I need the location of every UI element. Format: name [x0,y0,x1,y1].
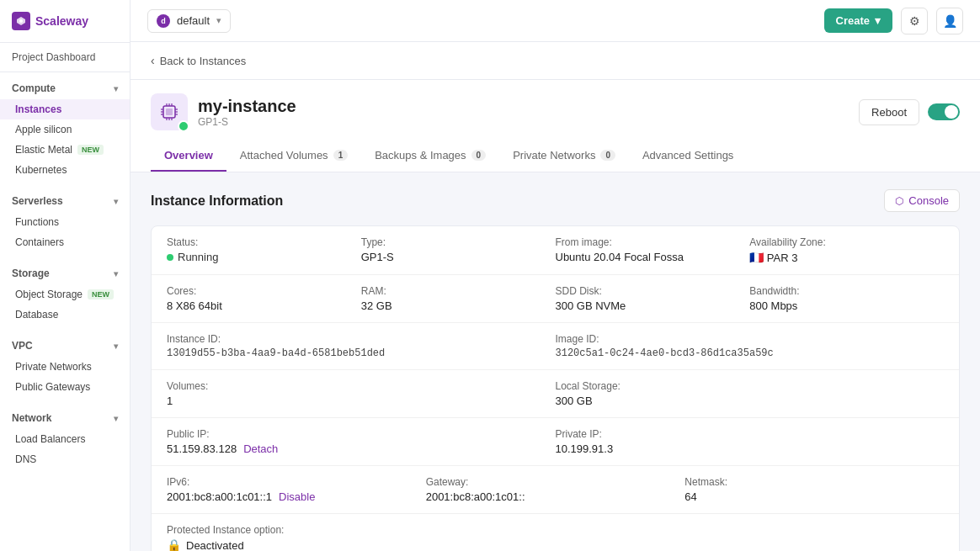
info-row-3: Volumes:1Local Storage:300 GB [152,370,959,418]
tab-attached-volumes[interactable]: Attached Volumes1 [226,140,361,172]
sidebar-section-serverless: Serverless▾FunctionsContainers [0,185,130,257]
text-value-0-1: GP1-S [361,251,556,263]
status-text: Running [178,251,218,263]
sidebar-item-apple-silicon[interactable]: Apple silicon [0,119,130,140]
status-value-0-0: Running [167,251,361,263]
section-label-serverless: Serverless [12,195,63,207]
sidebar-label-containers: Containers [15,236,64,248]
info-label-0-1: Type: [361,236,556,248]
sidebar-section-header-serverless[interactable]: Serverless▾ [0,190,130,212]
info-title: Instance Information [151,193,283,209]
info-cell-2-1: Image ID:3120c5a1-0c24-4ae0-bcd3-86d1ca3… [556,333,945,359]
info-label-0-2: From image: [556,236,750,248]
sidebar-item-elastic-metal[interactable]: Elastic MetalNEW [0,140,130,160]
sidebar: Scaleway Project Dashboard Compute▾Insta… [0,0,130,551]
sidebar-section-compute: Compute▾InstancesApple siliconElastic Me… [0,72,130,185]
sidebar-label-instances: Instances [15,103,61,115]
sidebar-label-database: Database [15,309,58,321]
text-value-1-2: 300 GB NVMe [556,299,750,312]
instance-chip-icon [158,101,180,123]
instance-title-row: my-instance GP1-S Reboot [151,93,960,130]
tab-backups-images[interactable]: Backups & Images0 [361,140,499,172]
sidebar-section-header-storage[interactable]: Storage▾ [0,262,130,284]
sidebar-item-instances[interactable]: Instances [0,99,130,119]
sidebar-section-header-vpc[interactable]: VPC▾ [0,335,130,357]
instance-header: my-instance GP1-S Reboot OverviewAttache… [130,80,980,172]
sidebar-item-containers[interactable]: Containers [0,232,130,252]
info-label-0-3: Availability Zone: [749,236,944,248]
back-nav-label: Back to Instances [160,55,247,67]
tab-advanced-settings[interactable]: Advanced Settings [629,140,747,172]
info-label-5-2: Netmask: [684,476,944,488]
create-button[interactable]: Create ▾ [824,8,892,33]
instance-power-toggle[interactable] [928,103,960,120]
sidebar-label-load-balancers: Load Balancers [15,433,85,445]
create-chevron-icon: ▾ [875,14,881,27]
sidebar-item-private-networks[interactable]: Private Networks [0,357,130,377]
text-value-5-2: 64 [684,490,944,503]
instance-actions: Reboot [859,99,960,125]
sidebar-item-load-balancers[interactable]: Load Balancers [0,429,130,449]
instance-name: my-instance [198,97,296,116]
info-cell-3-0: Volumes:1 [167,380,556,407]
tab-overview[interactable]: Overview [151,140,226,172]
shield-icon: 🔒 [167,538,181,551]
section-label-storage: Storage [12,268,50,279]
chevron-serverless-icon: ▾ [114,197,118,206]
info-label-6-0: Protected Instance option: [167,524,944,536]
info-cell-6-0: Protected Instance option:🔒Deactivated [167,524,944,551]
topbar: d default ▾ Create ▾ ⚙ 👤 [130,0,980,42]
section-label-network: Network [12,412,51,424]
sidebar-section-header-network[interactable]: Network▾ [0,407,130,429]
info-row-0: Status:RunningType:GP1-SFrom image:Ubunt… [152,226,959,275]
sidebar-item-database[interactable]: Database [0,305,130,325]
project-dashboard-link[interactable]: Project Dashboard [0,43,130,72]
flag-icon: 🇫🇷 [749,251,764,264]
sidebar-item-public-gateways[interactable]: Public Gateways [0,377,130,397]
info-label-1-0: Cores: [167,285,361,297]
settings-icon-button[interactable]: ⚙ [901,8,928,34]
sidebar-label-dns: DNS [15,453,36,465]
user-icon: 👤 [943,14,957,28]
reboot-button[interactable]: Reboot [859,99,919,125]
tab-badge-attached-volumes: 1 [333,150,349,161]
info-cell-1-1: RAM:32 GB [361,285,556,312]
link-action-5-0[interactable]: Disable [279,490,315,503]
info-cell-1-3: Bandwidth:800 Mbps [749,285,944,312]
info-cell-2-0: Instance ID:13019d55-b3ba-4aa9-ba4d-6581… [167,333,556,359]
tab-label-attached-volumes: Attached Volumes [240,149,328,162]
org-avatar: d [157,14,170,28]
info-cell-4-0: Public IP:51.159.83.128Detach [167,428,556,455]
tab-private-networks[interactable]: Private Networks0 [499,140,629,172]
sidebar-item-kubernetes[interactable]: Kubernetes [0,160,130,180]
chevron-storage-icon: ▾ [114,269,118,278]
text-value-0-2: Ubuntu 20.04 Focal Fossa [556,251,750,263]
sidebar-item-object-storage[interactable]: Object StorageNEW [0,284,130,305]
info-cell-5-1: Gateway:2001:bc8:a00:1c01:: [426,476,685,503]
settings-icon: ⚙ [909,14,920,28]
sidebar-section-header-compute[interactable]: Compute▾ [0,77,130,99]
info-label-5-0: IPv6: [167,476,426,488]
instance-type: GP1-S [198,116,296,128]
console-button[interactable]: ⬡ Console [884,189,960,212]
info-cell-0-0: Status:Running [167,236,361,264]
console-icon: ⬡ [895,195,903,207]
info-label-3-0: Volumes: [167,380,556,392]
badge-object-storage: NEW [88,289,114,299]
sidebar-label-object-storage: Object Storage [15,289,83,300]
sidebar-item-dns[interactable]: DNS [0,449,130,469]
tab-label-overview: Overview [164,149,213,162]
user-icon-button[interactable]: 👤 [936,8,963,34]
instance-title-left: my-instance GP1-S [151,93,296,130]
sidebar-logo[interactable]: Scaleway [0,0,130,43]
back-nav[interactable]: ‹ Back to Instances [130,42,980,80]
sidebar-item-functions[interactable]: Functions [0,212,130,232]
info-label-2-1: Image ID: [556,333,945,345]
tab-label-advanced-settings: Advanced Settings [642,149,733,162]
org-selector[interactable]: d default ▾ [147,9,231,33]
text-value-5-1: 2001:bc8:a00:1c01:: [426,490,685,503]
text-value-1-1: 32 GB [361,299,556,312]
link-action-4-0[interactable]: Detach [243,442,278,455]
info-section: Instance Information ⬡ Console Status:Ru… [130,172,980,551]
info-label-1-3: Bandwidth: [749,285,944,297]
